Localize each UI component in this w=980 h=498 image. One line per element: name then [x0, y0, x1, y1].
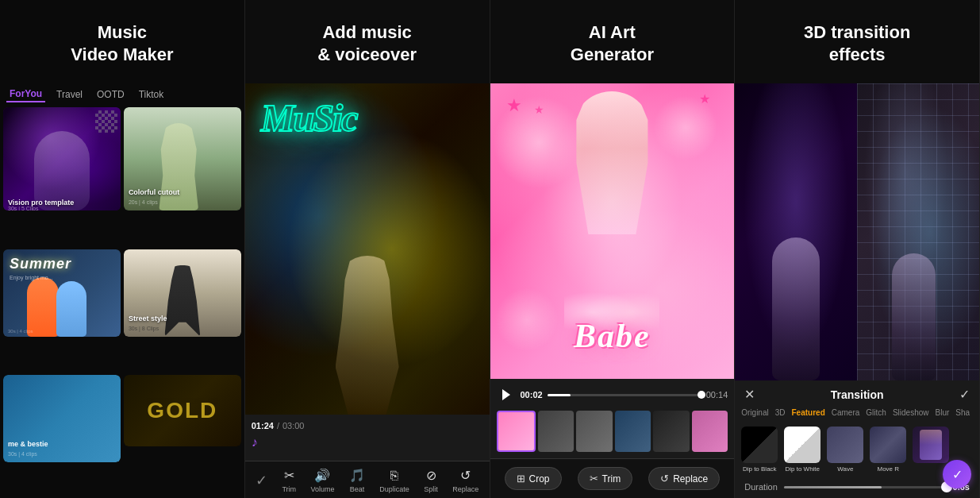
vision-stats: 30s | 5 Clips: [8, 206, 38, 210]
replace-label-3: Replace: [673, 473, 708, 484]
filter-3d[interactable]: 3D: [775, 408, 786, 417]
thumbnail-strip: [497, 411, 728, 452]
toolbar-row: ✓ ✂ Trim 🔊 Volume 🎵 Beat ⎘ Duplicate ⊘ S…: [245, 461, 490, 498]
summer-sub: Enjoy bright mo...: [10, 275, 52, 280]
tab-foryou[interactable]: ForYou: [6, 87, 45, 102]
ai-time-total: 00:14: [706, 390, 728, 400]
dip-black-label: Dip to Black: [743, 465, 777, 473]
tab-tiktok[interactable]: Tiktok: [136, 87, 167, 102]
close-button[interactable]: ✕: [744, 387, 755, 402]
tabs-row: ForYou Travel OOTD Tiktok: [0, 83, 244, 107]
crop-icon: ⊞: [517, 473, 525, 484]
transition-title: Transition: [831, 388, 884, 401]
cell-gold[interactable]: GOLD: [124, 375, 241, 446]
play-button[interactable]: [497, 385, 516, 404]
fab-check-icon: ✓: [952, 467, 963, 482]
neon-music-text: MuSic: [261, 99, 357, 137]
street-label: Street style: [129, 315, 167, 322]
panel4-title: 3D transition effects: [804, 21, 910, 65]
tab-ootd[interactable]: OOTD: [94, 87, 128, 102]
extra-thumb: [913, 427, 949, 463]
panel2-title: Add music & voiceover: [317, 21, 417, 65]
summer-text: Summer: [10, 256, 71, 272]
filter-glitch[interactable]: Glitch: [866, 408, 886, 417]
trim-button[interactable]: ✂ Trim: [578, 467, 633, 490]
cell-colorful-cutout[interactable]: Colorful cutout 20s | 4 clips: [124, 107, 241, 210]
transition-visual: [735, 83, 979, 380]
gold-text: GOLD: [147, 398, 217, 423]
panel-ai-art: AI Art Generator ★ ★ ★ Babe 00:02 00:14: [490, 0, 736, 498]
thumb-1[interactable]: [497, 411, 536, 452]
summer-stats: 30s | 4 clips: [8, 329, 33, 334]
cell-street-style[interactable]: Street style 30s | 8 Clips: [124, 249, 241, 337]
toolbar-trim[interactable]: ✂ Trim: [282, 468, 296, 493]
transition-dip-black[interactable]: Dip to Black: [741, 427, 778, 473]
duration-slider[interactable]: [784, 486, 947, 488]
toolbar-split[interactable]: ⊘ Split: [424, 468, 438, 493]
move-r-label: Move R: [877, 465, 899, 473]
transition-options: Dip to Black Dip to White Wave Move R: [735, 422, 979, 477]
timeline-area: 01:24 / 03:00 ♪ 138.9s 8s: [245, 415, 490, 461]
colorful-stats: 20s | 4 clips: [129, 199, 158, 205]
dip-black-thumb: [741, 427, 778, 463]
transition-extra[interactable]: [913, 427, 949, 473]
toolbar-duplicate[interactable]: ⎘ Duplicate: [379, 469, 409, 493]
toolbar-volume[interactable]: 🔊 Volume: [310, 468, 334, 493]
move-r-thumb: [870, 427, 906, 463]
toolbar-check[interactable]: ✓: [256, 472, 267, 489]
transition-move-r[interactable]: Move R: [870, 427, 906, 473]
filter-original[interactable]: Original: [741, 408, 768, 417]
colorful-label: Colorful cutout: [129, 188, 180, 196]
panel-music-video-maker: Music Video Maker ForYou Travel OOTD Tik…: [0, 0, 245, 498]
thumb-3[interactable]: [576, 411, 612, 452]
dip-white-thumb: [784, 427, 821, 463]
transition-dip-white[interactable]: Dip to White: [784, 427, 821, 473]
transition-confirm-button[interactable]: ✓: [959, 387, 970, 402]
volume-icon: 🔊: [314, 468, 330, 483]
music-visual: MuSic: [245, 83, 490, 415]
cell-vision-pro[interactable]: Vision pro template 30s | 5 Clips: [3, 107, 121, 210]
replace-button[interactable]: ↺ Replace: [648, 467, 720, 490]
toolbar-replace[interactable]: ↺ Replace: [452, 468, 478, 493]
cell-summer[interactable]: Summer Enjoy bright mo... 30s | 4 clips: [3, 249, 121, 337]
trim-label-3: Trim: [602, 473, 621, 484]
filter-slideshow[interactable]: Slideshow: [893, 408, 929, 417]
panel-music-voiceover: Add music & voiceover MuSic 01:24 / 03:0…: [245, 0, 490, 498]
transition-right-frame: [857, 83, 979, 380]
replace-label: Replace: [452, 485, 478, 493]
check-icon: ✓: [256, 472, 267, 489]
split-icon: ⊘: [426, 468, 436, 483]
ai-timeline: 00:02 00:14: [490, 379, 735, 458]
fab-button[interactable]: ✓: [943, 460, 971, 488]
crop-button[interactable]: ⊞ Crop: [505, 467, 562, 490]
time-display: 01:24 / 03:00: [252, 421, 483, 430]
beat-label: Beat: [350, 485, 365, 493]
crop-label: Crop: [529, 473, 550, 484]
ai-visual: ★ ★ ★ Babe: [490, 83, 735, 379]
panel2-header: Add music & voiceover: [245, 0, 490, 83]
filter-sha[interactable]: Sha: [955, 408, 970, 417]
filter-blur[interactable]: Blur: [935, 408, 949, 417]
filter-featured[interactable]: Featured: [792, 408, 825, 417]
thumb-4[interactable]: [615, 411, 651, 452]
toolbar-beat[interactable]: 🎵 Beat: [349, 468, 365, 493]
thumb-2[interactable]: [538, 411, 574, 452]
play-triangle-icon: [502, 389, 510, 400]
music-note-icon: ♪: [252, 435, 258, 450]
scissors-icon: ✂: [284, 468, 294, 483]
transition-panel-bottom: ✕ Transition ✓ Original 3D Featured Came…: [735, 380, 979, 498]
duration-label: Duration: [744, 482, 778, 492]
trim-scissors-icon: ✂: [590, 473, 598, 484]
transition-wave[interactable]: Wave: [827, 427, 863, 473]
volume-label: Volume: [310, 485, 334, 493]
duration-row: Duration 0.6s: [735, 477, 979, 498]
cell-me-bestie[interactable]: me & bestie 30s | 4 clips: [3, 375, 121, 462]
thumb-5[interactable]: [653, 411, 689, 452]
progress-bar[interactable]: [548, 394, 701, 396]
tab-travel[interactable]: Travel: [53, 87, 86, 102]
panel1-header: Music Video Maker: [0, 0, 244, 83]
split-label: Split: [424, 485, 438, 493]
thumb-6[interactable]: [692, 411, 728, 452]
wave-thumb: [827, 427, 863, 463]
filter-camera[interactable]: Camera: [832, 408, 860, 417]
